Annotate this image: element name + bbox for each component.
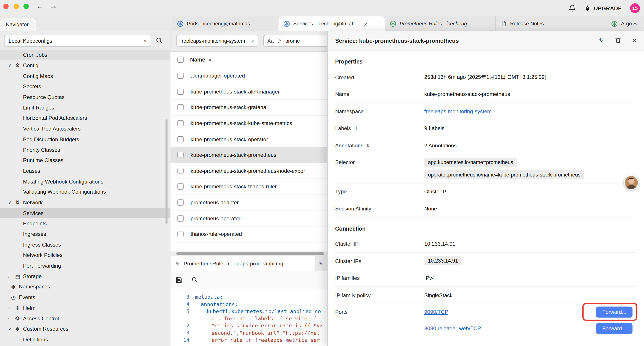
service-name[interactable]: kube-prometheus-stack-prometheus: [190, 152, 276, 158]
expand-toggle-icon[interactable]: ⇅: [366, 143, 370, 148]
service-name[interactable]: kube-prometheus-stack-grafana: [190, 104, 266, 111]
expand-toggle-icon[interactable]: ⇅: [354, 126, 358, 131]
sidebar-item[interactable]: ◈ Namespaces: [0, 282, 170, 292]
sidebar-scrollbar[interactable]: [166, 119, 168, 224]
sidebar-item[interactable]: › ▤ Storage: [0, 271, 170, 281]
close-tab-icon[interactable]: ×: [364, 20, 367, 27]
table-row[interactable]: kube-prometheus-stack-thanos-ruler: [170, 179, 328, 195]
editor-tab-prometheusrule[interactable]: ✎ PrometheusRule: freeleaps-prod-rabbitm…: [170, 256, 315, 271]
table-row[interactable]: alertmanager-operated: [170, 68, 328, 84]
horizontal-scrollbar[interactable]: [170, 252, 328, 256]
sidebar-item[interactable]: Vertical Pod Autoscalers: [0, 123, 170, 134]
avatar[interactable]: [624, 175, 638, 190]
table-row[interactable]: kube-prometheus-stack-kube-state-metrics: [170, 116, 328, 131]
maximize-window-button[interactable]: [24, 4, 29, 9]
sidebar-item[interactable]: Config Maps: [0, 71, 170, 81]
sidebar-item[interactable]: Secrets: [0, 81, 170, 92]
service-name[interactable]: kube-prometheus-stack-kube-state-metrics: [190, 120, 292, 126]
tree-chevron-icon[interactable]: ›: [8, 316, 15, 321]
edit-icon[interactable]: ✎: [599, 37, 604, 44]
navigator-panel-tab[interactable]: Navigator: [0, 18, 36, 31]
service-name[interactable]: alertmanager-operated: [190, 73, 245, 79]
kubeconfig-selector[interactable]: Local Kubeconfigs ∨: [4, 35, 151, 47]
sidebar-item[interactable]: Port Forwarding: [0, 260, 170, 271]
tree-chevron-icon[interactable]: ∨: [8, 200, 15, 205]
search-icon[interactable]: [191, 277, 198, 283]
sidebar-item[interactable]: Definitions: [0, 334, 170, 345]
table-row[interactable]: kube-prometheus-stack-operator: [170, 131, 328, 147]
save-icon[interactable]: [175, 276, 182, 283]
sidebar-item[interactable]: Ingress Classes: [0, 239, 170, 250]
forward-button-nav[interactable]: →: [50, 2, 57, 10]
forward-button[interactable]: Forward...: [596, 323, 632, 334]
forward-button[interactable]: Forward...: [596, 307, 632, 318]
sidebar-item[interactable]: Resource Quotas: [0, 92, 170, 102]
close-icon[interactable]: ×: [632, 36, 636, 44]
sidebar-item[interactable]: Leases: [0, 166, 170, 176]
table-row[interactable]: prometheus-operated: [170, 211, 328, 226]
sidebar-item[interactable]: Cron Jobs: [0, 50, 170, 60]
table-row[interactable]: thanos-ruler-operated: [170, 226, 328, 242]
tree-chevron-icon[interactable]: ›: [8, 274, 15, 279]
table-row[interactable]: kube-prometheus-stack-prometheus-node-ex…: [170, 163, 328, 179]
tree-chevron-icon[interactable]: ∨: [8, 327, 15, 331]
row-checkbox[interactable]: [177, 168, 184, 174]
sidebar-item[interactable]: Ingresses: [0, 229, 170, 239]
service-name[interactable]: kube-prometheus-stack-alertmanager: [190, 89, 280, 95]
minimize-window-button[interactable]: [14, 4, 19, 9]
tab-argo[interactable]: Argo S: [606, 16, 644, 31]
row-checkbox[interactable]: [177, 152, 184, 158]
select-all-checkbox[interactable]: [177, 57, 184, 63]
yaml-editor[interactable]: 3 metadata: 4 annotations: 5 kubectl.kub…: [170, 288, 328, 346]
sidebar-item[interactable]: ∨ ⇅ Network: [0, 197, 170, 208]
sidebar-item[interactable]: › ✪ Access Control: [0, 313, 170, 324]
sidebar-item[interactable]: Pod Disruption Budgets: [0, 134, 170, 145]
sort-asc-icon[interactable]: ∧: [208, 57, 212, 62]
namespace-link[interactable]: freeleaps-monitoring-system: [424, 108, 492, 114]
tab-pods[interactable]: Pods - icecheng@mathmas...: [172, 16, 278, 31]
regex-toggle[interactable]: .*: [278, 38, 281, 43]
tab-prometheus-rules[interactable]: Prometheus Rules - icecheng...: [385, 16, 496, 31]
row-checkbox[interactable]: [177, 200, 184, 206]
tab-services[interactable]: Services - icecheng@math... ×: [278, 16, 385, 31]
sidebar-item[interactable]: ∨ ✱ Custom Resources: [0, 324, 170, 334]
sidebar-item[interactable]: Priority Classes: [0, 145, 170, 155]
property-value[interactable]: 9 Labels: [424, 125, 637, 131]
service-name[interactable]: prometheus-operated: [190, 215, 242, 221]
sidebar-item[interactable]: Services: [0, 208, 170, 218]
port-link[interactable]: 8080:reloader-web/TCP: [424, 326, 481, 332]
close-window-button[interactable]: [3, 4, 8, 9]
row-checkbox[interactable]: [177, 215, 184, 221]
sidebar-item[interactable]: Horizontal Pod Autoscalers: [0, 113, 170, 123]
service-name[interactable]: kube-prometheus-stack-operator: [190, 136, 268, 142]
service-name[interactable]: prometheus-adapter: [190, 200, 238, 206]
upgrade-button[interactable]: UPGRADE: [584, 5, 622, 12]
notification-badge[interactable]: 15: [630, 3, 640, 13]
editor-tab-partial[interactable]: ✎: [315, 256, 327, 271]
table-row[interactable]: kube-prometheus-stack-prometheus: [170, 147, 328, 163]
sidebar-item[interactable]: Limit Ranges: [0, 102, 170, 113]
row-checkbox[interactable]: [177, 104, 184, 111]
sidebar-item[interactable]: Mutating Webhook Configurations: [0, 176, 170, 187]
sidebar-item[interactable]: › ☸ Helm: [0, 303, 170, 313]
row-checkbox[interactable]: [177, 120, 184, 126]
service-name[interactable]: kube-prometheus-stack-thanos-ruler: [190, 184, 277, 190]
back-button[interactable]: ←: [36, 2, 44, 10]
namespace-filter[interactable]: freeleaps-monitoring-system ∨: [176, 35, 258, 47]
trash-icon[interactable]: [615, 37, 622, 44]
match-case-toggle[interactable]: Aa: [268, 38, 274, 43]
search-icon[interactable]: [156, 37, 163, 45]
tree-chevron-icon[interactable]: ›: [8, 306, 15, 310]
sidebar-item[interactable]: Network Policies: [0, 250, 170, 260]
sidebar-item[interactable]: ∨ ⚙ Config: [0, 60, 170, 71]
tab-release-notes[interactable]: Release Notes: [496, 16, 606, 31]
property-value[interactable]: 2 Annotations: [424, 142, 637, 148]
search-input[interactable]: Aa .* prome: [263, 35, 333, 47]
sidebar-item[interactable]: Endpoints: [0, 218, 170, 229]
sidebar-item[interactable]: ◷ Events: [0, 292, 170, 303]
name-column-header[interactable]: Name: [190, 57, 206, 63]
row-checkbox[interactable]: [177, 89, 184, 95]
tree-chevron-icon[interactable]: ∨: [8, 63, 15, 68]
port-link[interactable]: 9090/TCP: [424, 309, 448, 315]
row-checkbox[interactable]: [177, 136, 184, 142]
